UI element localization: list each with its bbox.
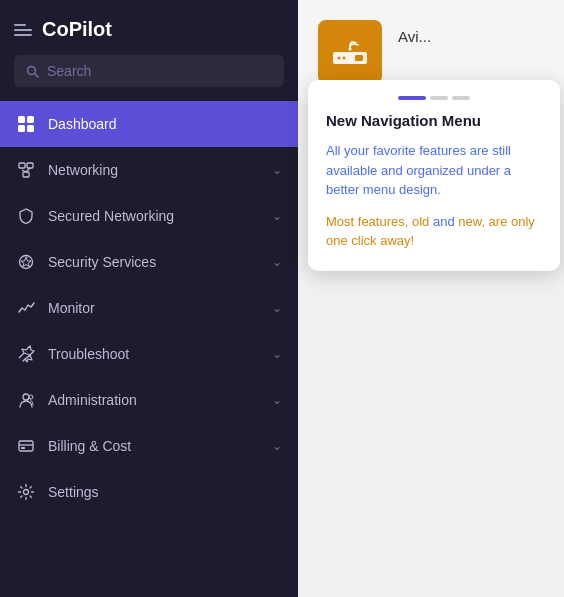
sidebar-item-label: Secured Networking bbox=[48, 208, 260, 224]
sidebar-item-label: Networking bbox=[48, 162, 260, 178]
svg-rect-2 bbox=[18, 116, 25, 123]
sidebar-item-label: Monitor bbox=[48, 300, 260, 316]
sidebar-header: CoPilot bbox=[0, 0, 298, 55]
navigation: Dashboard Networking ⌄ bbox=[0, 101, 298, 597]
security-services-icon bbox=[16, 252, 36, 272]
settings-icon bbox=[16, 482, 36, 502]
sidebar-item-secured-networking[interactable]: Secured Networking ⌄ bbox=[0, 193, 298, 239]
monitor-icon bbox=[16, 298, 36, 318]
sidebar: CoPilot Dashboard bbox=[0, 0, 298, 597]
sidebar-title: CoPilot bbox=[42, 18, 112, 41]
sidebar-item-label: Security Services bbox=[48, 254, 260, 270]
device-icon-box bbox=[318, 20, 382, 84]
dashboard-icon bbox=[16, 114, 36, 134]
sidebar-item-troubleshoot[interactable]: Troubleshoot ⌄ bbox=[0, 331, 298, 377]
svg-rect-6 bbox=[19, 163, 25, 168]
sidebar-item-billing-cost[interactable]: Billing & Cost ⌄ bbox=[0, 423, 298, 469]
troubleshoot-icon bbox=[16, 344, 36, 364]
sidebar-item-label: Settings bbox=[48, 484, 282, 500]
tooltip-handle bbox=[326, 96, 542, 100]
handle-indicator-inactive bbox=[452, 96, 470, 100]
svg-point-19 bbox=[338, 57, 341, 60]
secured-networking-icon bbox=[16, 206, 36, 226]
svg-rect-4 bbox=[18, 125, 25, 132]
networking-icon bbox=[16, 160, 36, 180]
tooltip-text-1: All your favorite features are still ava… bbox=[326, 141, 542, 200]
sidebar-item-administration[interactable]: Administration ⌄ bbox=[0, 377, 298, 423]
svg-point-17 bbox=[24, 490, 29, 495]
tooltip-text-orange: Most features, old bbox=[326, 214, 433, 229]
handle-indicator-active bbox=[398, 96, 426, 100]
svg-point-12 bbox=[23, 394, 29, 400]
sidebar-item-monitor[interactable]: Monitor ⌄ bbox=[0, 285, 298, 331]
chevron-down-icon: ⌄ bbox=[272, 255, 282, 269]
search-input[interactable] bbox=[47, 63, 272, 79]
device-name: Avi... bbox=[398, 20, 431, 45]
svg-line-1 bbox=[35, 73, 38, 76]
sidebar-item-dashboard[interactable]: Dashboard bbox=[0, 101, 298, 147]
handle-indicator-inactive bbox=[430, 96, 448, 100]
svg-rect-16 bbox=[21, 447, 25, 449]
tooltip-popup: New Navigation Menu All your favorite fe… bbox=[308, 80, 560, 271]
sidebar-item-settings[interactable]: Settings bbox=[0, 469, 298, 515]
administration-icon bbox=[16, 390, 36, 410]
sidebar-item-label: Administration bbox=[48, 392, 260, 408]
sidebar-item-networking[interactable]: Networking ⌄ bbox=[0, 147, 298, 193]
tooltip-text-blue: and bbox=[433, 214, 455, 229]
chevron-down-icon: ⌄ bbox=[272, 301, 282, 315]
svg-point-22 bbox=[349, 48, 352, 51]
tooltip-title: New Navigation Menu bbox=[326, 112, 542, 129]
chevron-down-icon: ⌄ bbox=[272, 347, 282, 361]
svg-rect-3 bbox=[27, 116, 34, 123]
svg-rect-21 bbox=[355, 55, 363, 61]
hamburger-menu-icon[interactable] bbox=[14, 24, 32, 36]
chevron-down-icon: ⌄ bbox=[272, 393, 282, 407]
svg-rect-8 bbox=[23, 172, 29, 177]
sidebar-item-security-services[interactable]: Security Services ⌄ bbox=[0, 239, 298, 285]
svg-point-20 bbox=[343, 57, 346, 60]
chevron-down-icon: ⌄ bbox=[272, 209, 282, 223]
search-container bbox=[0, 55, 298, 101]
tooltip-text-2: Most features, old and new, are only one… bbox=[326, 212, 542, 251]
chevron-down-icon: ⌄ bbox=[272, 439, 282, 453]
svg-rect-7 bbox=[27, 163, 33, 168]
search-wrapper bbox=[14, 55, 284, 87]
billing-icon bbox=[16, 436, 36, 456]
sidebar-item-label: Billing & Cost bbox=[48, 438, 260, 454]
main-content: Avi... ✓ ... New Navigation Menu All you… bbox=[298, 0, 564, 597]
svg-rect-5 bbox=[27, 125, 34, 132]
chevron-down-icon: ⌄ bbox=[272, 163, 282, 177]
search-icon bbox=[26, 65, 39, 78]
sidebar-item-label: Dashboard bbox=[48, 116, 282, 132]
svg-rect-14 bbox=[19, 441, 33, 451]
sidebar-item-label: Troubleshoot bbox=[48, 346, 260, 362]
